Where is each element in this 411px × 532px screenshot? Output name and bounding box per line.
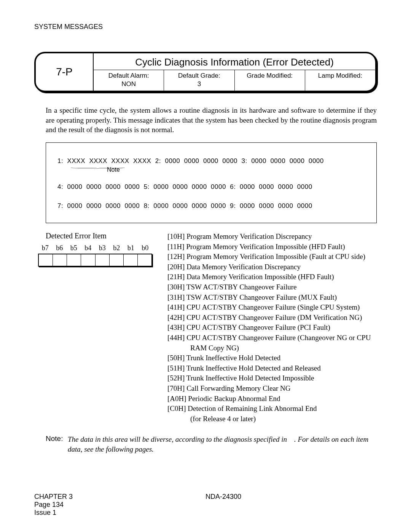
footnote-label: Note: xyxy=(46,435,68,454)
error-code: [51H] Trunk Ineffective Hold Detected an… xyxy=(167,363,371,374)
message-header: 7-P Cyclic Diagnosis Information (Error … xyxy=(34,52,377,92)
footer-doc: NDA-24300 xyxy=(206,493,241,517)
meta-label: Grade Modified: xyxy=(247,72,293,79)
header-frame: 7-P Cyclic Diagnosis Information (Error … xyxy=(34,52,377,92)
bit-cell xyxy=(124,254,138,266)
footer-left: CHAPTER 3 Page 134 Issue 1 xyxy=(34,493,206,517)
header-meta-row: Default Alarm: NON Default Grade: 3 Grad… xyxy=(94,70,375,91)
bit-label: b3 xyxy=(95,244,110,252)
meta-default-grade: Default Grade: 3 xyxy=(164,70,234,91)
error-code: [42H] CPU ACT/STBY Changeover Failure (D… xyxy=(167,313,371,323)
page-footer: CHAPTER 3 Page 134 Issue 1 NDA-24300 xyxy=(34,493,377,517)
bit-cell xyxy=(110,254,124,266)
meta-value: 3 xyxy=(198,80,201,88)
bit-cell xyxy=(96,254,110,266)
error-code: [43H] CPU ACT/STBY Changeover Failure (P… xyxy=(167,323,371,333)
error-code: [70H] Call Forwarding Memory Clear NG xyxy=(167,383,371,394)
error-code: [30H] TSW ACT/STBY Changeover Failure xyxy=(167,282,371,292)
page: SYSTEM MESSAGES 7-P Cyclic Diagnosis Inf… xyxy=(0,0,411,532)
meta-label: Default Grade: xyxy=(178,72,220,79)
error-code: [A0H] Periodic Backup Abnormal End xyxy=(167,394,371,404)
error-code: [10H] Program Memory Verification Discre… xyxy=(167,232,371,242)
data-line-1: 1: XXXX XXXX XXXX XXXX 2: 0000 0000 0000… xyxy=(57,157,365,165)
footer-chapter: CHAPTER 3 xyxy=(34,493,206,501)
error-code: [20H] Data Memory Verification Discrepan… xyxy=(167,262,371,272)
bit-label: b7 xyxy=(38,244,53,252)
error-code: [52H] Trunk Ineffective Hold Detected Im… xyxy=(167,373,371,383)
bit-label: b2 xyxy=(110,244,124,252)
message-code: 7-P xyxy=(36,53,94,91)
error-code-cont: (for Release 4 or later) xyxy=(167,414,371,424)
hex-data-box: 1: XXXX XXXX XXXX XXXX 2: 0000 0000 0000… xyxy=(46,142,377,223)
bit-table xyxy=(38,254,152,267)
meta-value: NON xyxy=(121,80,136,88)
error-code: [50H] Trunk Ineffective Hold Detected xyxy=(167,353,371,363)
bit-cell xyxy=(81,254,95,266)
bit-cell xyxy=(138,254,151,266)
note-under-brace: Note xyxy=(107,166,365,173)
bit-header-row: b7 b6 b5 b4 b3 b2 b1 b0 xyxy=(38,244,152,252)
error-code-cont: RAM Copy NG) xyxy=(167,343,371,353)
header-right: Cyclic Diagnosis Information (Error Dete… xyxy=(94,53,375,91)
lower-section: Detected Error Item b7 b6 b5 b4 b3 b2 b1… xyxy=(38,232,377,424)
footer-page: Page 134 xyxy=(34,501,206,509)
meta-label: Default Alarm: xyxy=(108,72,149,79)
error-code: [31H] TSW ACT/STBY Changeover Failure (M… xyxy=(167,292,371,303)
dei-title: Detected Error Item xyxy=(46,232,152,240)
detected-error-item: Detected Error Item b7 b6 b5 b4 b3 b2 b1… xyxy=(38,232,152,424)
bit-label: b0 xyxy=(138,244,153,252)
error-codes-list: [10H] Program Memory Verification Discre… xyxy=(167,232,371,424)
data-line-3: 7: 0000 0000 0000 0000 8: 0000 0000 0000… xyxy=(57,202,365,210)
running-head: SYSTEM MESSAGES xyxy=(34,23,377,31)
intro-paragraph: In a specific time cycle, the system all… xyxy=(46,105,377,135)
meta-grade-modified: Grade Modified: xyxy=(234,70,305,91)
bit-label: b6 xyxy=(53,244,67,252)
bit-label: b5 xyxy=(67,244,81,252)
bit-cell xyxy=(39,254,53,266)
error-code: [12H] Program Memory Verification Imposs… xyxy=(167,252,371,262)
header-row: 7-P Cyclic Diagnosis Information (Error … xyxy=(36,53,375,91)
underbrace-icon: ︸ xyxy=(69,166,131,171)
data-line-2: 4: 0000 0000 0000 0000 5: 0000 0000 0000… xyxy=(57,183,365,191)
message-title: Cyclic Diagnosis Information (Error Dete… xyxy=(94,53,375,70)
bit-cell xyxy=(53,254,67,266)
footnote: Note: The data in this area will be dive… xyxy=(46,435,377,454)
meta-default-alarm: Default Alarm: NON xyxy=(94,70,164,91)
bit-label: b4 xyxy=(81,244,96,252)
error-code: [41H] CPU ACT/STBY Changeover Failure (S… xyxy=(167,302,371,313)
error-code: [C0H] Detection of Remaining Link Abnorm… xyxy=(167,404,371,414)
bit-label: b1 xyxy=(124,244,138,252)
bit-cell xyxy=(67,254,81,266)
error-code: [11H] Program Memory Verification Imposs… xyxy=(167,242,371,252)
error-code: [44H] CPU ACT/STBY Changeover Failure (C… xyxy=(167,333,371,343)
error-code: [21H] Data Memory Verification Impossibl… xyxy=(167,272,371,282)
footer-issue: Issue 1 xyxy=(34,509,206,517)
meta-label: Lamp Modified: xyxy=(318,72,362,79)
footnote-body: The data in this area will be diverse, a… xyxy=(68,435,377,454)
meta-lamp-modified: Lamp Modified: xyxy=(305,70,375,91)
